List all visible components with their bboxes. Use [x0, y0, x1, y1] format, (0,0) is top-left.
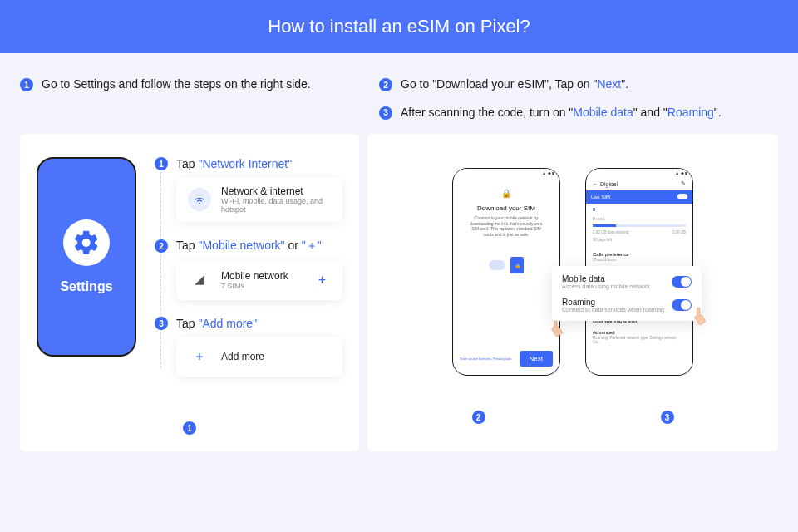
panel1-footer-bullet: 1	[37, 397, 342, 435]
mobile-data-link: Mobile data	[573, 106, 633, 119]
network-internet-card: Network & internet Wi-Fi, mobile, data u…	[176, 177, 342, 222]
instruction-2-text: Go to "Download your eSIM", Tap on "Next…	[401, 76, 628, 93]
sub-steps: 1 Tap "Network Internet" Network & inter…	[155, 157, 342, 377]
panel-steps-2-3: ▲ ◆ ▮ 🔒 Download your SIM Connect to you…	[367, 134, 778, 451]
wifi-icon	[188, 188, 211, 211]
bullet-3: 3	[379, 106, 392, 120]
data-progress	[593, 224, 686, 227]
download-sim-title: Download your SIM	[461, 204, 551, 212]
lock-icon: 🔒	[461, 189, 551, 198]
next-button: Next	[520, 351, 553, 367]
instructions-right: 2 Go to "Download your eSIM", Tap on "Ne…	[379, 76, 778, 121]
sub-step-3: 3 Tap "Add more" Add more	[155, 317, 342, 377]
phones-row: ▲ ◆ ▮ 🔒 Download your SIM Connect to you…	[384, 168, 761, 376]
page-title: How to install an eSIM on Pixel?	[268, 16, 530, 37]
plus-icon: +	[313, 273, 331, 288]
settings-phone-mock: Settings	[37, 157, 136, 357]
bullet-1: 1	[20, 78, 33, 91]
status-bar: ▲ ◆ ▮	[586, 169, 692, 177]
license-links: Scan source licenses. Privacy polic	[460, 357, 511, 361]
sim-icon: 🔒	[510, 257, 524, 273]
panels: Settings 1 Tap "Network Internet"	[0, 134, 798, 471]
use-sim-row: Use SIM	[586, 190, 692, 204]
status-bar: ▲ ◆ ▮	[453, 169, 559, 177]
sub-step-2: 2 Tap "Mobile network" or "＋" Mobile net…	[155, 239, 342, 300]
cloud-icon	[489, 260, 505, 270]
edit-icon: ✎	[681, 180, 686, 187]
mobile-data-toggle	[672, 276, 692, 288]
bullet-2: 2	[379, 78, 392, 91]
instruction-1: 1 Go to Settings and follow the steps on…	[20, 76, 352, 121]
add-more-card: Add more	[176, 337, 342, 377]
panel-step-1: Settings 1 Tap "Network Internet"	[20, 134, 359, 451]
toggles-overlay: Mobile data Access data using mobile net…	[552, 266, 702, 321]
settings-label: Settings	[60, 279, 112, 294]
page-header: How to install an eSIM on Pixel?	[0, 0, 798, 53]
signal-icon	[188, 268, 211, 292]
use-sim-toggle	[677, 194, 687, 200]
panel2-footer-bullets: 2 3	[384, 396, 761, 424]
plus-icon	[188, 345, 211, 368]
roaming-row: Roaming Connect to data services when ro…	[562, 298, 692, 313]
sub-step-1: 1 Tap "Network Internet" Network & inter…	[155, 157, 342, 222]
roaming-link: Roaming	[667, 106, 714, 119]
sim-graphic: 🔒	[461, 257, 551, 273]
phone-download-sim: ▲ ◆ ▮ 🔒 Download your SIM Connect to you…	[452, 168, 560, 376]
mobile-data-row: Mobile data Access data using mobile net…	[562, 274, 692, 289]
download-sim-desc: Connect to your mobile network by downlo…	[468, 215, 544, 237]
gear-icon	[63, 219, 110, 266]
instruction-3-text: After scanning the code, turn on "Mobile…	[401, 105, 722, 121]
instructions-row: 1 Go to Settings and follow the steps on…	[0, 53, 798, 134]
instruction-2: 2 Go to "Download your eSIM", Tap on "Ne…	[379, 76, 778, 93]
instruction-1-text: Go to Settings and follow the steps on t…	[42, 76, 311, 93]
next-link: Next	[597, 77, 621, 91]
roaming-toggle	[672, 299, 692, 311]
instruction-3: 3 After scanning the code, turn on "Mobi…	[379, 105, 778, 121]
mobile-network-card: Mobile network 7 SIMs +	[176, 260, 342, 300]
